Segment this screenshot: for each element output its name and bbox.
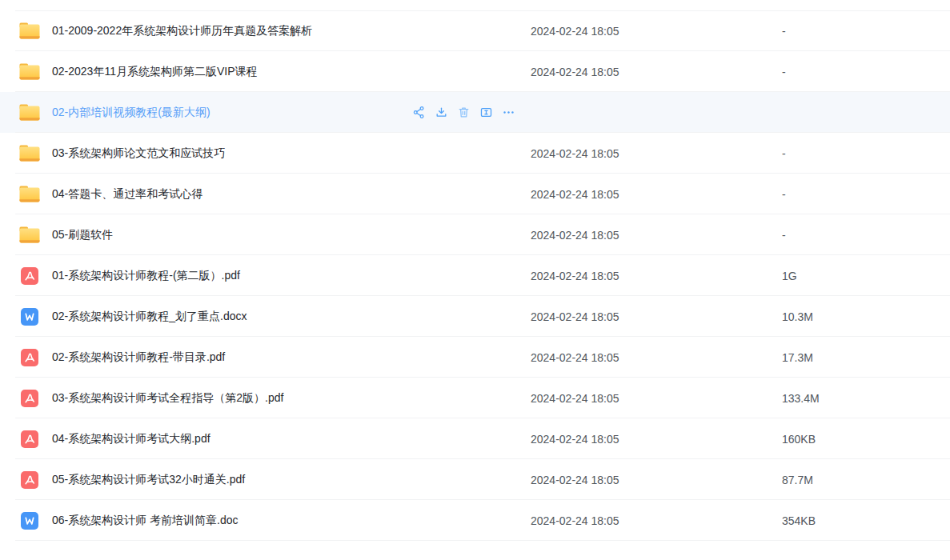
file-list: 01-2009-2022年系统架构设计师历年真题及答案解析 2024-02-24… <box>0 10 950 541</box>
folder-icon <box>19 104 40 121</box>
file-size: - <box>782 25 786 38</box>
file-date: 2024-02-24 18:05 <box>531 188 782 201</box>
share-icon <box>412 106 426 119</box>
file-date: 2024-02-24 18:05 <box>531 310 782 323</box>
file-name[interactable]: 03-系统架构设计师考试全程指导（第2版）.pdf <box>52 391 531 406</box>
download-icon <box>435 106 448 119</box>
file-name[interactable]: 05-系统架构设计师考试32小时通关.pdf <box>52 473 531 487</box>
file-name[interactable]: 01-2009-2022年系统架构设计师历年真题及答案解析 <box>52 24 531 38</box>
file-date: 2024-02-24 18:05 <box>531 270 782 282</box>
folder-icon <box>19 22 40 39</box>
file-row[interactable]: 01-2009-2022年系统架构设计师历年真题及答案解析 2024-02-24… <box>0 10 950 51</box>
file-name[interactable]: 04-答题卡、通过率和考试心得 <box>52 187 531 202</box>
file-name[interactable]: 06-系统架构设计师 考前培训简章.doc <box>52 514 531 528</box>
file-size: 17.3M <box>782 351 813 364</box>
pdf-file-icon <box>21 349 38 366</box>
file-type-icon <box>19 226 40 244</box>
file-type-icon <box>19 63 40 81</box>
file-date: 2024-02-24 18:05 <box>531 147 782 160</box>
file-name[interactable]: 02-系统架构设计师教程_划了重点.docx <box>52 310 531 324</box>
word-file-icon <box>21 512 38 530</box>
file-name[interactable]: 02-2023年11月系统架构师第二版VIP课程 <box>52 65 531 79</box>
folder-icon <box>19 63 40 80</box>
pdf-file-icon <box>21 267 38 285</box>
file-row[interactable]: 03-系统架构设计师考试全程指导（第2版）.pdf 2024-02-24 18:… <box>0 378 950 418</box>
file-date: 2024-02-24 18:05 <box>531 229 782 242</box>
share-button[interactable] <box>411 105 427 121</box>
file-date: 2024-02-24 18:05 <box>531 351 782 364</box>
file-date: 2024-02-24 18:05 <box>531 392 782 405</box>
file-row[interactable]: 05-系统架构设计师考试32小时通关.pdf 2024-02-24 18:05 … <box>0 459 950 500</box>
folder-icon <box>19 186 40 202</box>
file-row[interactable]: 01-系统架构设计师教程-(第二版）.pdf 2024-02-24 18:05 … <box>0 255 950 296</box>
file-size: 10.3M <box>782 310 813 323</box>
file-row[interactable]: 02-系统架构设计师教程-带目录.pdf 2024-02-24 18:05 17… <box>0 337 950 378</box>
file-row[interactable]: 06-系统架构设计师 考前培训简章.doc 2024-02-24 18:05 3… <box>0 500 950 541</box>
file-type-icon <box>19 186 40 203</box>
file-type-icon <box>19 308 40 326</box>
row-actions <box>411 92 516 133</box>
pdf-file-icon <box>21 430 38 448</box>
file-type-icon <box>19 104 40 122</box>
file-type-icon <box>19 267 40 285</box>
ellipsis-icon <box>502 106 515 119</box>
file-size: 87.7M <box>782 474 813 486</box>
file-size: 354KB <box>782 514 816 527</box>
file-name[interactable]: 03-系统架构师论文范文和应试技巧 <box>52 146 531 161</box>
file-date: 2024-02-24 18:05 <box>531 474 782 486</box>
file-row[interactable]: 04-答题卡、通过率和考试心得 2024-02-24 18:05 - <box>0 174 950 214</box>
folder-icon <box>19 145 40 162</box>
file-date: 2024-02-24 18:05 <box>531 25 782 38</box>
file-type-icon <box>19 390 40 407</box>
file-size: - <box>782 188 786 201</box>
rename-button[interactable] <box>478 105 494 121</box>
more-button[interactable] <box>500 105 516 121</box>
pdf-file-icon <box>21 471 38 489</box>
file-size: - <box>782 66 786 78</box>
file-row[interactable]: 04-系统架构设计师考试大纲.pdf 2024-02-24 18:05 160K… <box>0 418 950 459</box>
download-button[interactable] <box>433 105 449 121</box>
file-type-icon <box>19 22 40 40</box>
pdf-file-icon <box>21 390 38 407</box>
file-row[interactable]: 03-系统架构师论文范文和应试技巧 2024-02-24 18:05 - <box>0 133 950 174</box>
file-row[interactable]: 02-2023年11月系统架构师第二版VIP课程 2024-02-24 18:0… <box>0 51 950 92</box>
file-size: 1G <box>782 270 797 282</box>
file-date: 2024-02-24 18:05 <box>531 514 782 527</box>
file-type-icon <box>19 430 40 448</box>
folder-icon <box>19 226 40 243</box>
file-name[interactable]: 01-系统架构设计师教程-(第二版）.pdf <box>52 269 531 283</box>
file-row[interactable]: 05-刷题软件 2024-02-24 18:05 - <box>0 214 950 255</box>
file-date: 2024-02-24 18:05 <box>531 66 782 78</box>
file-size: 160KB <box>782 433 816 446</box>
trash-icon <box>457 106 471 119</box>
word-file-icon <box>21 308 38 326</box>
file-type-icon <box>19 145 40 162</box>
file-row[interactable]: 02-内部培训视频教程(最新大纲) <box>0 92 950 133</box>
delete-button[interactable] <box>455 105 471 121</box>
file-name[interactable]: 02-系统架构设计师教程-带目录.pdf <box>52 350 531 365</box>
file-date: 2024-02-24 18:05 <box>531 433 782 446</box>
file-type-icon <box>19 349 40 366</box>
file-size: - <box>782 147 786 160</box>
file-size: 133.4M <box>782 392 820 405</box>
file-name[interactable]: 05-刷题软件 <box>52 228 531 242</box>
file-size: - <box>782 229 786 242</box>
file-row[interactable]: 02-系统架构设计师教程_划了重点.docx 2024-02-24 18:05 … <box>0 296 950 337</box>
file-type-icon <box>19 471 40 489</box>
file-type-icon <box>19 512 40 530</box>
rename-icon <box>479 106 493 119</box>
file-name[interactable]: 04-系统架构设计师考试大纲.pdf <box>52 432 531 446</box>
